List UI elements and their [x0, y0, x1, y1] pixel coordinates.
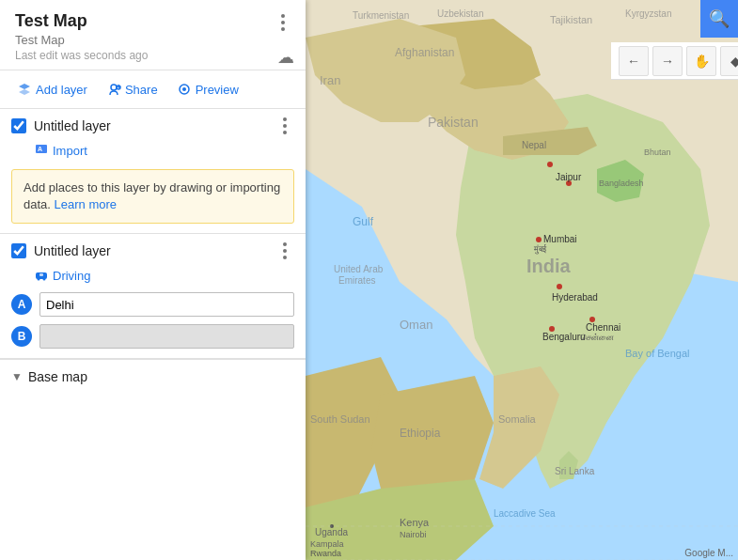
- search-icon: 🔍: [709, 8, 730, 29]
- header-menu-button[interactable]: [272, 11, 294, 34]
- point-a-input[interactable]: [39, 292, 294, 317]
- map-area[interactable]: Arabian Sea Bay of Bengal India Pakistan…: [306, 0, 738, 560]
- svg-text:+: +: [117, 83, 121, 91]
- svg-text:India: India: [526, 256, 572, 276]
- svg-text:United Arab: United Arab: [334, 264, 384, 274]
- svg-marker-44: [19, 84, 30, 89]
- undo-button[interactable]: ←: [619, 46, 649, 76]
- layer-1-title: Untitled layer: [34, 118, 294, 133]
- svg-text:Uzbekistan: Uzbekistan: [437, 8, 483, 19]
- svg-text:Bangladesh: Bangladesh: [599, 179, 644, 188]
- layer-2-three-dot-icon: [283, 242, 287, 259]
- share-label: Share: [125, 83, 158, 97]
- svg-rect-56: [39, 273, 43, 276]
- add-layer-icon: [17, 82, 32, 97]
- point-b-marker: B: [11, 326, 32, 347]
- map-title: Test Map: [15, 11, 290, 31]
- svg-text:Kyrgyzstan: Kyrgyzstan: [625, 8, 671, 19]
- map-attribution: Google M...: [684, 548, 733, 558]
- svg-text:Uganda: Uganda: [315, 527, 348, 537]
- svg-point-55: [43, 278, 46, 281]
- select-button[interactable]: ◆: [720, 46, 738, 76]
- svg-text:Tajikistan: Tajikistan: [550, 14, 592, 25]
- layer-1-checkbox[interactable]: [11, 118, 26, 133]
- svg-point-54: [38, 278, 40, 281]
- layer-2-checkbox[interactable]: [11, 243, 26, 258]
- point-a-marker: A: [11, 294, 32, 315]
- layer-2-title: Untitled layer: [34, 243, 294, 258]
- svg-text:मुंबई: मुंबई: [533, 243, 547, 255]
- layer-1-three-dot-icon: [283, 117, 287, 134]
- svg-text:Emirates: Emirates: [338, 275, 375, 286]
- svg-marker-45: [19, 89, 30, 95]
- redo-button[interactable]: →: [652, 46, 683, 76]
- layer-1-info-box: Add places to this layer by drawing or i…: [11, 169, 294, 224]
- basemap-chevron-icon: ▼: [11, 370, 23, 383]
- basemap-header[interactable]: ▼ Base map: [11, 369, 294, 384]
- svg-text:Pakistan: Pakistan: [428, 115, 479, 130]
- svg-text:Oman: Oman: [400, 318, 432, 332]
- pan-button[interactable]: ✋: [686, 46, 716, 76]
- layer-1-section: Untitled layer A Import Add places to th…: [0, 109, 306, 234]
- import-icon: A: [34, 143, 49, 158]
- svg-text:Jaipur: Jaipur: [556, 172, 582, 182]
- search-button[interactable]: 🔍: [700, 0, 738, 38]
- svg-text:Chennai: Chennai: [586, 322, 620, 333]
- preview-label: Preview: [196, 83, 239, 97]
- layer-1-import-button[interactable]: A Import: [0, 139, 306, 165]
- three-dot-icon: [281, 14, 285, 31]
- svg-text:Gulf: Gulf: [353, 215, 374, 228]
- layer-2-menu-button[interactable]: [274, 240, 296, 262]
- share-icon: +: [106, 82, 121, 97]
- svg-text:South Sudan: South Sudan: [310, 413, 370, 425]
- layer-1-menu-button[interactable]: [274, 115, 296, 137]
- basemap-title: Base map: [28, 369, 87, 384]
- share-button[interactable]: + Share: [101, 78, 164, 101]
- preview-icon: [177, 82, 192, 97]
- svg-text:Afghanistan: Afghanistan: [395, 46, 454, 59]
- svg-text:Bengaluru: Bengaluru: [542, 332, 586, 342]
- svg-text:Bay of Bengal: Bay of Bengal: [625, 348, 690, 359]
- map-subtitle: Test Map: [15, 33, 290, 47]
- svg-text:Bhutan: Bhutan: [644, 148, 671, 157]
- import-label: Import: [53, 144, 87, 158]
- add-layer-label: Add layer: [36, 83, 87, 97]
- layer-2-header: Untitled layer: [0, 234, 306, 264]
- sidebar: Test Map Test Map Last edit was seconds …: [0, 0, 306, 560]
- svg-point-50: [182, 87, 186, 91]
- preview-button[interactable]: Preview: [171, 78, 244, 101]
- learn-more-link[interactable]: Learn more: [55, 197, 117, 211]
- svg-text:Sri Lanka: Sri Lanka: [555, 466, 595, 476]
- layer-1-header: Untitled layer: [0, 109, 306, 139]
- svg-text:சென்னை: சென்னை: [581, 333, 614, 342]
- add-layer-button[interactable]: Add layer: [11, 78, 93, 101]
- svg-text:Ethiopia: Ethiopia: [400, 427, 441, 440]
- action-bar: Add layer + Share Preview: [0, 70, 306, 109]
- svg-text:Iran: Iran: [320, 73, 340, 87]
- svg-text:Kampala: Kampala: [310, 539, 344, 549]
- driving-label: Driving: [53, 269, 90, 283]
- svg-text:Mumbai: Mumbai: [543, 234, 577, 244]
- svg-text:Rwanda: Rwanda: [310, 549, 341, 558]
- last-edit-text: Last edit was seconds ago: [15, 49, 290, 62]
- svg-text:Somalia: Somalia: [498, 413, 537, 425]
- basemap-section: ▼ Base map: [0, 359, 306, 394]
- route-point-b: B: [0, 320, 306, 358]
- cloud-icon: ☁: [277, 48, 294, 67]
- svg-text:Turkmenistan: Turkmenistan: [353, 10, 409, 21]
- svg-point-26: [547, 162, 553, 167]
- svg-text:A: A: [38, 146, 42, 152]
- svg-point-14: [536, 237, 542, 242]
- svg-point-17: [557, 284, 562, 289]
- sidebar-header: Test Map Test Map Last edit was seconds …: [0, 0, 306, 70]
- driving-button[interactable]: Driving: [0, 264, 306, 288]
- cloud-save-button[interactable]: ☁: [277, 47, 294, 68]
- map-toolbar: ← → ✋ ◆ ↖ ⚡ ——: [611, 42, 738, 80]
- svg-text:Nairobi: Nairobi: [400, 530, 427, 539]
- svg-text:Hyderabad: Hyderabad: [552, 292, 598, 303]
- svg-text:Laccadive Sea: Laccadive Sea: [494, 508, 556, 519]
- layer-2-section: Untitled layer Driving A B: [0, 234, 306, 359]
- point-b-input[interactable]: [39, 324, 294, 349]
- svg-text:Nepal: Nepal: [522, 140, 546, 150]
- driving-icon: [34, 268, 49, 283]
